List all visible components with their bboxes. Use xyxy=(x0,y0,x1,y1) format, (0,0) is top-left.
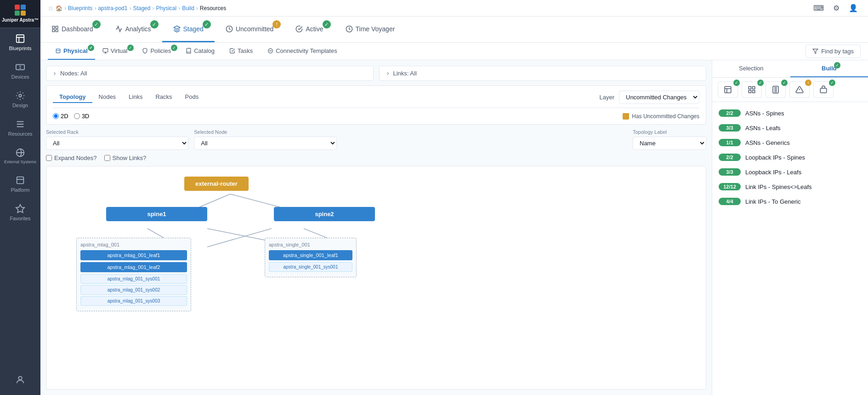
build-icon-rack[interactable]: ✓ xyxy=(766,81,786,98)
tab-staged[interactable]: Staged ✓ xyxy=(162,17,215,42)
view-3d-radio[interactable] xyxy=(74,113,80,119)
filter-row: Nodes: All Links: All xyxy=(46,66,706,81)
svg-rect-25 xyxy=(725,86,731,93)
links-filter[interactable]: Links: All xyxy=(379,66,707,81)
sub-tab-tasks-label: Tasks xyxy=(238,47,253,54)
topo-tab-racks[interactable]: Racks xyxy=(149,92,178,103)
svg-rect-15 xyxy=(103,49,108,52)
rack-mlag-label: apstra_mlag_001 xyxy=(80,242,187,247)
sidebar-item-platform[interactable]: Platform xyxy=(0,170,40,198)
sidebar-item-resources[interactable]: Resources xyxy=(0,114,40,142)
rack-mlag-sys3[interactable]: apstra_mlag_001_sys003 xyxy=(80,296,187,306)
sub-tab-tasks[interactable]: Tasks xyxy=(222,43,260,60)
rack-single-sys1[interactable]: apstra_single_001_sys001 xyxy=(269,262,352,272)
sidebar-item-favorites[interactable]: Favorites xyxy=(0,198,40,227)
breadcrumb-staged-link[interactable]: Staged xyxy=(133,5,150,11)
user-menu-button[interactable]: 👤 xyxy=(846,3,861,13)
topo-tab-links[interactable]: Links xyxy=(122,92,149,103)
resource-label-asn-spines: ASNs - Spines xyxy=(745,110,784,117)
svg-rect-1 xyxy=(16,65,24,70)
topo-label-select[interactable]: Name xyxy=(633,137,706,150)
resource-item-asn-spines[interactable]: 2/2 ASNs - Spines xyxy=(712,106,868,120)
terminal-button[interactable]: ⌨ xyxy=(811,3,827,13)
find-tags-label: Find by tags xyxy=(821,48,854,55)
rack-selector[interactable]: All xyxy=(46,137,188,150)
show-links-checkbox[interactable] xyxy=(104,155,110,161)
rack-single-leaf1[interactable]: apstra_single_001_leaf1 xyxy=(269,250,352,260)
resource-label-loopback-spines: Loopback IPs - Spines xyxy=(745,154,805,161)
sidebar-item-blueprints[interactable]: Blueprints xyxy=(0,28,40,57)
build-icon-rack-status: ✓ xyxy=(781,80,788,86)
sidebar-label-blueprints: Blueprints xyxy=(9,46,32,51)
sidebar-item-devices[interactable]: Devices xyxy=(0,57,40,85)
build-icon-ext[interactable]: ✓ xyxy=(813,81,834,98)
svg-rect-26 xyxy=(749,86,751,89)
topology-canvas: external-router spine1 spine2 apstra_mla… xyxy=(46,166,706,389)
tab-analytics[interactable]: Analytics ✓ xyxy=(104,17,162,42)
resource-item-asn-generics[interactable]: 1/1 ASNs - Generics xyxy=(712,135,868,150)
resource-item-link-spines-leafs[interactable]: 12/12 Link IPs - Spines<>Leafs xyxy=(712,179,868,194)
sub-tab-policies[interactable]: Policies ✓ xyxy=(135,43,178,60)
sub-tab-virtual[interactable]: Virtual ✓ xyxy=(95,43,135,60)
resource-item-asn-leafs[interactable]: 3/3 ASNs - Leafs xyxy=(712,120,868,135)
tab-dashboard[interactable]: Dashboard ✓ xyxy=(40,17,104,42)
resource-item-loopback-leafs[interactable]: 3/3 Loopback IPs - Leafs xyxy=(712,165,868,179)
svg-point-6 xyxy=(18,377,22,380)
sidebar-label-platform: Platform xyxy=(11,187,30,193)
expand-nodes-option[interactable]: Expand Nodes? xyxy=(46,155,97,161)
rack-mlag-leaf1[interactable]: apstra_mlag_001_leaf1 xyxy=(80,250,187,260)
rack-mlag-sys2[interactable]: apstra_mlag_001_sys002 xyxy=(80,285,187,295)
main-content: ☆ 🏠 › Blueprints › apstra-pod1 › Staged … xyxy=(40,0,868,395)
breadcrumb-pod-link[interactable]: apstra-pod1 xyxy=(98,5,127,11)
build-icon-grid[interactable]: ✓ xyxy=(742,81,762,98)
node-external-router[interactable]: external-router xyxy=(184,177,249,191)
node-spine1[interactable]: spine1 xyxy=(106,207,207,221)
view-2d-radio[interactable] xyxy=(53,113,59,119)
layer-select[interactable]: Uncommitted Changes Active Staged xyxy=(619,91,699,104)
expand-nodes-checkbox[interactable] xyxy=(46,155,52,161)
breadcrumb-build-link[interactable]: Build xyxy=(182,5,194,11)
external-router-label: external-router xyxy=(195,180,238,187)
rack-mlag-leaf2[interactable]: apstra_mlag_001_leaf2 xyxy=(80,262,187,272)
breadcrumb-home-link[interactable]: 🏠 xyxy=(56,5,62,11)
build-icon-table[interactable]: ✓ xyxy=(718,81,738,98)
breadcrumb-blueprints-link[interactable]: Blueprints xyxy=(68,5,92,11)
sidebar-item-external-systems[interactable]: External Systems xyxy=(0,142,40,170)
breadcrumb-physical-link[interactable]: Physical xyxy=(156,5,176,11)
right-tab-build[interactable]: Build xyxy=(790,60,868,77)
show-links-option[interactable]: Show Links? xyxy=(104,155,147,161)
topo-label-label: Topology Label xyxy=(633,129,706,135)
options-row: Expand Nodes? Show Links? xyxy=(46,155,706,161)
rack-mlag-sys1[interactable]: apstra_mlag_001_sys001 xyxy=(80,274,187,284)
node-selector[interactable]: All xyxy=(194,137,336,150)
build-icon-warn-status: ! xyxy=(805,80,811,86)
spine1-label: spine1 xyxy=(147,211,166,218)
right-tab-selection[interactable]: Selection xyxy=(712,60,790,77)
sub-tab-physical[interactable]: Physical ✓ xyxy=(48,43,95,60)
view-3d-option[interactable]: 3D xyxy=(74,113,90,120)
build-icon-warn[interactable]: ! xyxy=(789,81,810,98)
sub-tab-catalog[interactable]: Catalog xyxy=(178,43,222,60)
app-name: Juniper Apstra™ xyxy=(2,17,39,23)
sub-tab-policies-status: ✓ xyxy=(171,45,177,51)
resource-item-loopback-spines[interactable]: 2/2 Loopback IPs - Spines xyxy=(712,150,868,165)
view-2d-option[interactable]: 2D xyxy=(53,113,68,120)
resource-badge-loopback-leafs: 3/3 xyxy=(719,168,741,176)
topo-tab-pods[interactable]: Pods xyxy=(179,92,205,103)
topology-controls: Topology Nodes Links Racks Pods Layer Un… xyxy=(46,86,706,125)
sub-tab-connectivity[interactable]: Connectivity Templates xyxy=(260,43,344,60)
nodes-filter[interactable]: Nodes: All xyxy=(46,66,374,81)
node-spine2[interactable]: spine2 xyxy=(274,207,375,221)
topo-tab-nodes[interactable]: Nodes xyxy=(92,92,123,103)
tab-uncommitted[interactable]: Uncommitted ! xyxy=(215,17,284,42)
tab-active[interactable]: Active ✓ xyxy=(284,17,334,42)
tab-time-voyager[interactable]: Time Voyager xyxy=(335,17,406,42)
sidebar-item-user[interactable] xyxy=(0,369,40,390)
svg-rect-8 xyxy=(56,26,58,29)
topo-tab-topology[interactable]: Topology xyxy=(53,92,92,103)
find-tags-button[interactable]: Find by tags xyxy=(806,45,861,58)
resource-item-link-generic[interactable]: 4/4 Link IPs - To Generic xyxy=(712,194,868,209)
favorite-star-icon[interactable]: ☆ xyxy=(48,5,54,12)
sidebar-item-design[interactable]: Design xyxy=(0,85,40,114)
settings-button[interactable]: ⚙ xyxy=(830,3,842,13)
